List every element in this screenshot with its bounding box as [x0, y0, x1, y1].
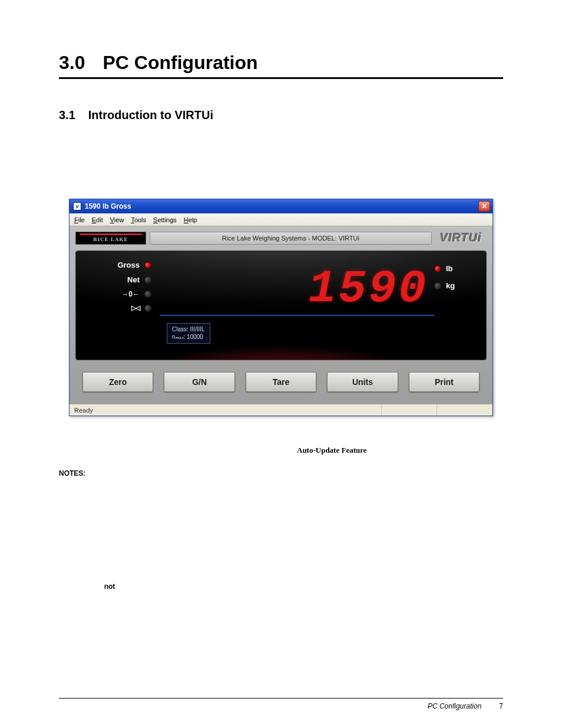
- unit-kg: kg: [434, 281, 475, 290]
- window-title: 1590 lb Gross: [85, 202, 131, 210]
- menu-help[interactable]: Help: [184, 216, 197, 223]
- footer-page-number: 7: [499, 702, 503, 710]
- motion-led-icon: [144, 305, 151, 312]
- rice-lake-logo: RICE LAKE: [75, 232, 146, 245]
- app-icon: v: [73, 202, 81, 210]
- auto-update-number: 3.1.1: [59, 446, 74, 455]
- class-line2: nₘₐₓ: 10000: [172, 333, 205, 341]
- screenshot-figure: v 1590 lb Gross ✕ File Edit View Tools S…: [69, 199, 493, 428]
- window-titlebar: v 1590 lb Gross ✕: [70, 199, 492, 213]
- weight-display-panel: Gross Net →0← ▷◁: [75, 251, 487, 360]
- subsection-number: 3.1: [59, 108, 75, 122]
- status-pane-2: [382, 404, 437, 416]
- zero-led-icon: [144, 291, 151, 298]
- kg-led-icon: [434, 282, 441, 289]
- gross-led-icon: [144, 262, 151, 269]
- print-button[interactable]: Print: [409, 372, 480, 392]
- menu-bar: File Edit View Tools Settings Help: [70, 213, 492, 226]
- class-line1: Class: III/IIIL: [172, 325, 205, 333]
- section-heading: 3.0 PC Configuration: [59, 52, 503, 79]
- section-number: 3.0: [59, 52, 85, 74]
- units-button[interactable]: Units: [327, 372, 398, 392]
- status-bar: Ready: [70, 404, 492, 416]
- lb-led-icon: [434, 265, 441, 272]
- status-pane-3: [437, 404, 492, 416]
- notes-body: [59, 482, 503, 493]
- model-strip: Rice Lake Weighing Systems - MODEL: VIRT…: [150, 232, 432, 245]
- weight-readout: 1590: [309, 263, 428, 315]
- status-text: Ready: [70, 404, 382, 416]
- auto-update-heading: 3.1.1 Auto-Update Feature: [59, 446, 503, 455]
- close-icon: ✕: [481, 203, 487, 210]
- tare-button[interactable]: Tare: [246, 372, 316, 392]
- menu-settings[interactable]: Settings: [153, 216, 177, 223]
- menu-edit[interactable]: Edit: [92, 216, 103, 223]
- zero-button[interactable]: Zero: [82, 372, 153, 392]
- class-info-box: Class: III/IIIL nₘₐₓ: 10000: [167, 323, 210, 344]
- page-footer: PC Configuration 7: [59, 698, 503, 710]
- app-window: v 1590 lb Gross ✕ File Edit View Tools S…: [69, 199, 493, 416]
- menu-file[interactable]: File: [74, 216, 85, 223]
- subsection-title: Introduction to VIRTUi: [88, 108, 213, 122]
- menu-tools[interactable]: Tools: [131, 216, 146, 223]
- not-emphasis: not: [104, 582, 115, 591]
- footer-section-label: PC Configuration: [428, 702, 481, 710]
- client-area: RICE LAKE Rice Lake Weighing Systems - M…: [70, 226, 492, 404]
- figure-caption: Figure 3-1. VIRTUi Main Display: [69, 421, 493, 428]
- indicator-zero: →0←: [87, 290, 151, 298]
- gross-net-button[interactable]: G/N: [164, 372, 234, 392]
- close-button[interactable]: ✕: [478, 201, 490, 212]
- net-led-icon: [144, 276, 151, 284]
- section-title: PC Configuration: [103, 52, 257, 74]
- auto-update-title: Auto-Update Feature: [297, 446, 367, 455]
- notes-body-2: not: [59, 581, 503, 592]
- indicator-net: Net: [87, 275, 151, 284]
- menu-view[interactable]: View: [110, 216, 124, 223]
- notes-header: NOTES:: [59, 469, 503, 477]
- unit-lb: lb: [434, 264, 475, 273]
- brand-label: VIRTUi: [435, 231, 487, 245]
- indicator-motion: ▷◁: [87, 304, 151, 312]
- subsection-heading: 3.1 Introduction to VIRTUi: [59, 108, 503, 122]
- indicator-gross: Gross: [87, 261, 151, 269]
